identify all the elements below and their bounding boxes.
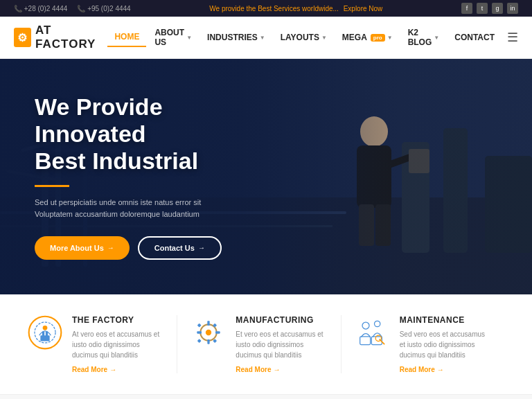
phone-icon-2: 📞 +95 (0)2 4444 bbox=[77, 5, 130, 12]
top-bar: 📞 +28 (0)2 4444 📞 +95 (0)2 4444 We provi… bbox=[0, 0, 532, 17]
arrow-icon: → bbox=[437, 366, 444, 373]
header: ⚙ AT FACTORY HOME ABOUT US ▼ INDUSTRIES … bbox=[0, 17, 532, 59]
feature-factory-desc: At vero eos et accusamus et iusto odio d… bbox=[72, 329, 163, 360]
nav-contact[interactable]: CONTACT bbox=[447, 28, 502, 46]
svg-point-36 bbox=[362, 322, 369, 329]
explore-link[interactable]: Explore Now bbox=[344, 5, 383, 12]
arrow-icon: → bbox=[273, 366, 280, 373]
arrow-right-icon: → bbox=[198, 244, 205, 251]
feature-factory: THE FACTORY At vero eos et accusamus et … bbox=[28, 315, 177, 373]
mega-badge: pro bbox=[371, 34, 385, 42]
nav-layouts[interactable]: LAYOUTS ▼ bbox=[274, 28, 334, 46]
feature-maintenance-title: MAINTENANCE bbox=[400, 315, 490, 325]
hero-title: We Provide Innovated Best Industrial bbox=[35, 94, 256, 175]
top-bar-contacts: 📞 +28 (0)2 4444 📞 +95 (0)2 4444 bbox=[14, 5, 131, 12]
feature-maintenance-link[interactable]: Read More → bbox=[400, 366, 490, 373]
nav-blog[interactable]: K2 BLOG ▼ bbox=[401, 24, 447, 51]
feature-manufacturing-text: MANUFACTURING Et vero eos et accusamus e… bbox=[236, 315, 326, 373]
svg-point-19 bbox=[29, 317, 62, 349]
feature-maintenance: MAINTENANCE Sed vero eos et accusamus et… bbox=[342, 315, 504, 373]
chevron-down-icon: ▼ bbox=[434, 35, 439, 41]
google-plus-icon[interactable]: g bbox=[492, 3, 503, 14]
feature-manufacturing-title: MANUFACTURING bbox=[236, 315, 326, 325]
chevron-down-icon: ▼ bbox=[387, 35, 393, 41]
svg-rect-29 bbox=[197, 331, 202, 333]
main-nav: HOME ABOUT US ▼ INDUSTRIES ▼ LAYOUTS ▼ M… bbox=[107, 24, 518, 51]
svg-rect-30 bbox=[215, 331, 220, 333]
social-links[interactable]: f t g in bbox=[461, 3, 518, 14]
arrow-icon: → bbox=[109, 366, 116, 373]
chevron-down-icon: ▼ bbox=[186, 35, 192, 41]
feature-manufacturing-link[interactable]: Read More → bbox=[236, 366, 326, 373]
chevron-down-icon: ▼ bbox=[260, 35, 265, 41]
chevron-down-icon: ▼ bbox=[321, 35, 327, 41]
svg-rect-31 bbox=[197, 323, 202, 328]
hero-section: We Provide Innovated Best Industrial Sed… bbox=[0, 59, 532, 294]
feature-factory-title: THE FACTORY bbox=[72, 315, 163, 325]
more-about-us-button[interactable]: More About Us → bbox=[35, 236, 130, 260]
nav-industries[interactable]: INDUSTRIES ▼ bbox=[200, 28, 272, 46]
svg-point-24 bbox=[43, 326, 48, 330]
svg-rect-28 bbox=[208, 339, 210, 344]
solution-section: Factory Solution For All Industrial bbox=[0, 395, 532, 399]
svg-rect-38 bbox=[360, 337, 370, 345]
features-section: THE FACTORY At vero eos et accusamus et … bbox=[0, 294, 532, 395]
feature-manufacturing: MANUFACTURING Et vero eos et accusamus e… bbox=[177, 315, 341, 373]
twitter-icon[interactable]: t bbox=[477, 3, 488, 14]
hero-description: Sed ut perspiciatis unde omnis iste natu… bbox=[35, 197, 229, 221]
feature-manufacturing-desc: Et vero eos et accusamus et iusto odio d… bbox=[236, 329, 326, 360]
svg-point-37 bbox=[374, 321, 380, 326]
logo[interactable]: ⚙ AT FACTORY bbox=[14, 24, 107, 51]
svg-rect-27 bbox=[208, 321, 210, 326]
factory-icon bbox=[28, 315, 62, 350]
svg-point-26 bbox=[206, 330, 211, 335]
maintenance-icon bbox=[355, 315, 390, 350]
feature-factory-text: THE FACTORY At vero eos et accusamus et … bbox=[72, 315, 163, 373]
hero-buttons: More About Us → Contact Us → bbox=[35, 236, 256, 260]
svg-rect-33 bbox=[197, 339, 202, 343]
top-bar-tagline: We provide the Best Services worldwide..… bbox=[209, 5, 382, 12]
hamburger-menu[interactable]: ☰ bbox=[507, 30, 518, 45]
contact-us-button[interactable]: Contact Us → bbox=[138, 236, 222, 260]
nav-home[interactable]: HOME bbox=[107, 28, 146, 47]
gear-icon: ⚙ bbox=[17, 31, 28, 44]
manufacturing-icon bbox=[191, 315, 226, 350]
nav-mega[interactable]: MEGA pro ▼ bbox=[335, 28, 400, 46]
hero-divider bbox=[35, 185, 69, 187]
feature-maintenance-desc: Sed vero eos et accusamus et iusto odio … bbox=[400, 329, 490, 360]
hero-content: We Provide Innovated Best Industrial Sed… bbox=[0, 94, 291, 259]
nav-about[interactable]: ABOUT US ▼ bbox=[148, 24, 199, 51]
facebook-icon[interactable]: f bbox=[461, 3, 472, 14]
linkedin-icon[interactable]: in bbox=[507, 3, 518, 14]
phone-icon-1: 📞 +28 (0)2 4444 bbox=[14, 5, 67, 12]
svg-rect-21 bbox=[40, 335, 49, 341]
feature-maintenance-text: MAINTENANCE Sed vero eos et accusamus et… bbox=[400, 315, 490, 373]
logo-icon: ⚙ bbox=[14, 28, 31, 47]
arrow-right-icon: → bbox=[107, 244, 114, 251]
feature-factory-link[interactable]: Read More → bbox=[72, 366, 163, 373]
logo-text: AT FACTORY bbox=[35, 24, 107, 51]
